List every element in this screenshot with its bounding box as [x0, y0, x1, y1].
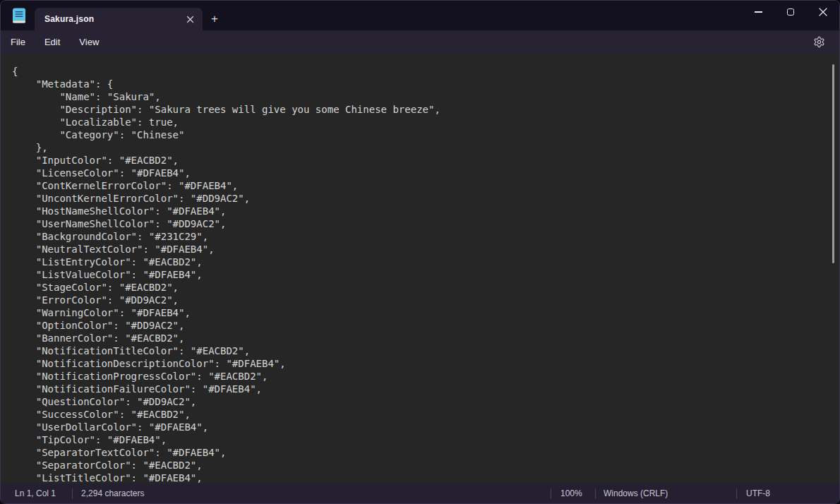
app-icon-button [4, 1, 35, 30]
titlebar[interactable]: Sakura.json + [1, 1, 839, 30]
code-line: "WarningColor": "#DFAEB4", [12, 306, 829, 319]
code-line: "InputColor": "#EACBD2", [12, 154, 829, 167]
plus-icon: + [211, 12, 218, 26]
code-line: "UserDollarColor": "#DFAEB4", [12, 421, 829, 433]
menu-file[interactable]: File [11, 37, 25, 47]
code-line: "ContKernelErrorColor": "#DFAEB4", [12, 179, 829, 192]
code-line: "NotificationTitleColor": "#EACBD2", [12, 344, 829, 357]
notepad-window: Sakura.json + File Edit View [0, 0, 840, 504]
code-line: "ListValueColor": "#DFAEB4", [12, 268, 829, 281]
settings-button[interactable] [805, 30, 832, 54]
code-line: "UncontKernelErrorColor": "#DD9AC2", [12, 192, 829, 205]
code-line: "StageColor": "#EACBD2", [12, 281, 829, 294]
code-line: "Localizable": true, [12, 116, 829, 128]
maximize-icon [787, 8, 794, 16]
window-controls [742, 1, 839, 23]
statusbar-left: Ln 1, Col 1 2,294 characters [1, 488, 144, 499]
code-line: "HostNameShellColor": "#DFAEB4", [12, 205, 829, 217]
new-tab-button[interactable]: + [203, 8, 227, 30]
code-line: "QuestionColor": "#DD9AC2", [12, 395, 829, 408]
notepad-icon [12, 7, 26, 24]
code-line: "Description": "Sakura trees will give y… [12, 103, 829, 116]
code-line: "Metadata": { [12, 78, 829, 90]
vertical-scrollbar[interactable] [832, 64, 834, 263]
code-line: "Name": "Sakura", [12, 90, 829, 103]
menu-edit[interactable]: Edit [44, 37, 60, 47]
code-line: "Category": "Chinese" [12, 128, 829, 141]
code-line: "BannerColor": "#EACBD2", [12, 332, 829, 344]
editor-content[interactable]: { "Metadata": { "Name": "Sakura", "Descr… [12, 65, 829, 484]
code-line: "SeparatorTextColor": "#DFAEB4", [12, 446, 829, 459]
code-line: "NotificationProgressColor": "#EACBD2", [12, 370, 829, 383]
character-count: 2,294 characters [81, 488, 144, 498]
statusbar-divider [72, 488, 73, 499]
code-line: }, [12, 141, 829, 154]
cursor-position: Ln 1, Col 1 [15, 488, 56, 498]
statusbar-right: 100% Windows (CRLF) UTF-8 [551, 484, 839, 503]
minimize-icon [755, 11, 762, 12]
code-line: "SuccessColor": "#EACBD2", [12, 408, 829, 421]
tab-close-icon[interactable] [181, 11, 198, 28]
code-line: "NeutralTextColor": "#DFAEB4", [12, 243, 829, 256]
close-button[interactable] [807, 1, 839, 23]
tab-title: Sakura.json [44, 14, 181, 24]
code-line: "UserNameShellColor": "#DD9AC2", [12, 217, 829, 230]
encoding: UTF-8 [737, 484, 839, 503]
zoom-level: 100% [551, 484, 595, 503]
code-line: "NotificationDescriptionColor": "#DFAEB4… [12, 357, 829, 370]
code-line: "ErrorColor": "#DD9AC2", [12, 294, 829, 306]
statusbar: Ln 1, Col 1 2,294 characters 100% Window… [1, 484, 839, 503]
tab-sakura-json[interactable]: Sakura.json [35, 8, 203, 30]
menubar: File Edit View [1, 30, 839, 54]
code-line: "SeparatorColor": "#EACBD2", [12, 459, 829, 472]
menu-view[interactable]: View [79, 37, 99, 47]
gear-icon [813, 36, 825, 48]
code-line: "LicenseColor": "#DFAEB4", [12, 167, 829, 179]
code-line: "NotificationFailureColor": "#DFAEB4", [12, 383, 829, 395]
code-line: "ListEntryColor": "#EACBD2", [12, 256, 829, 268]
code-line: { [12, 65, 829, 78]
line-ending: Windows (CRLF) [596, 484, 736, 503]
code-line: "OptionColor": "#DD9AC2", [12, 319, 829, 332]
code-line: "ListTitleColor": "#DFAEB4", [12, 472, 829, 484]
code-line: "TipColor": "#DFAEB4", [12, 433, 829, 446]
minimize-button[interactable] [742, 1, 774, 23]
maximize-button[interactable] [774, 1, 807, 23]
close-icon [819, 8, 827, 16]
code-line: "BackgroundColor": "#231C29", [12, 230, 829, 243]
text-editor[interactable]: { "Metadata": { "Name": "Sakura", "Descr… [1, 54, 839, 484]
